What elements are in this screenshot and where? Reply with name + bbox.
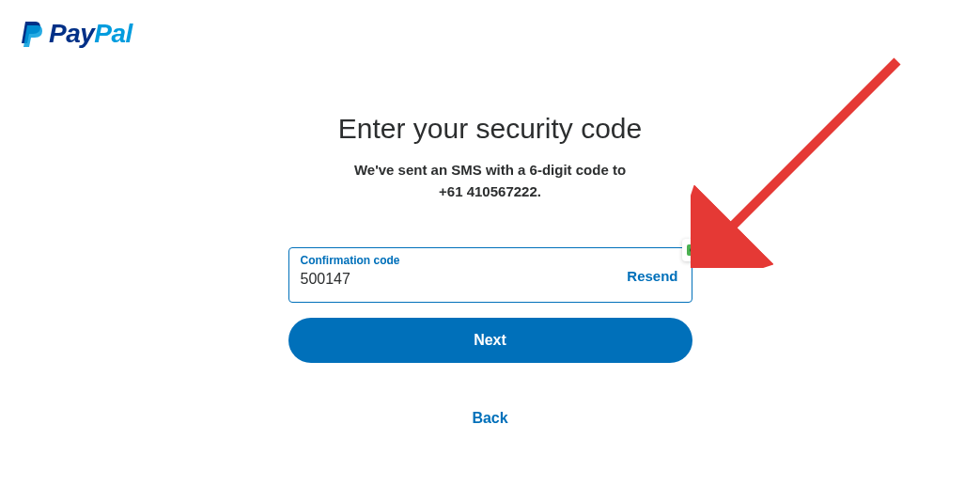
confirmation-code-label: Confirmation code [301,254,400,267]
resend-link[interactable]: Resend [627,267,677,283]
back-link[interactable]: Back [472,410,507,427]
annotation-arrow-icon [691,52,916,268]
security-code-form: Enter your security code We've sent an S… [288,113,692,427]
paypal-logo[interactable]: PayPal [19,19,132,49]
subtitle-line1: We've sent an SMS with a 6-digit code to [354,162,626,178]
next-button[interactable]: Next [288,318,692,363]
subtitle-text: We've sent an SMS with a 6-digit code to… [288,160,692,202]
paypal-logo-text: PayPal [49,19,132,49]
confirmation-code-field[interactable]: Confirmation code Resend [288,247,692,303]
subtitle-phone: +61 410567222. [439,183,541,199]
confirmation-code-input[interactable] [301,271,583,288]
page-title: Enter your security code [288,113,692,145]
password-manager-icon[interactable] [682,239,708,261]
svg-line-1 [714,61,897,244]
paypal-logo-icon [19,20,43,48]
